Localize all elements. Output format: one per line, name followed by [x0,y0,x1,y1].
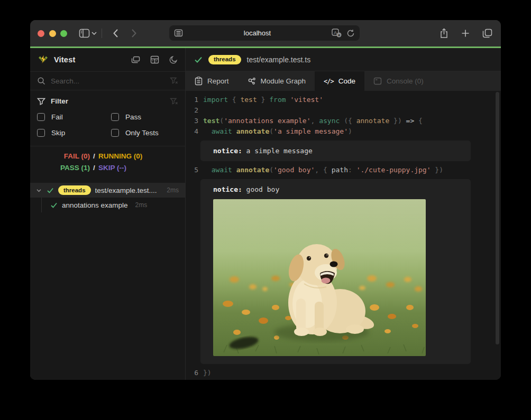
clear-filter-icon[interactable] [170,98,178,105]
line-number: 7 [186,378,198,380]
svg-text:A: A [334,30,337,35]
tab-label: Report [207,77,229,85]
line-code: }) [198,368,212,378]
page-settings-icon[interactable] [174,29,183,37]
share-icon [440,28,448,39]
report-icon [195,77,203,86]
tab-overview-button[interactable] [482,29,492,38]
check-icon [194,56,203,63]
back-button[interactable] [113,29,118,38]
sidebar-panel-icon [79,29,90,38]
chevron-down-icon [91,31,97,35]
vitest-sidebar: Vitest [30,48,186,380]
browser-toolbar: localhost A ★ [30,20,501,46]
file-header: threads test/example.test.ts [186,48,501,71]
code-content: 1import { test } from 'vitest'23test('an… [186,95,501,380]
pool-badge: threads [208,55,241,64]
line-number: 6 [186,368,198,378]
checkbox-box[interactable] [111,129,119,137]
pool-badge: threads [58,185,91,195]
new-tab-button[interactable] [461,29,470,38]
forward-chevron-icon [131,29,137,38]
scrollbar-thumb[interactable] [496,92,499,344]
zoom-window-button[interactable] [60,30,67,37]
code-icon: </> [324,78,334,85]
test-file-row[interactable]: threads test/example.test.... 2ms [30,183,185,198]
checkbox-box[interactable] [37,113,45,121]
sidebar-menu-button[interactable] [91,31,97,35]
pass-count: PASS (1) [30,163,90,172]
app-title: Vitest [54,55,121,64]
test-status-summary: FAIL (0) / RUNNING (0) PASS (1) / SKIP (… [30,146,185,179]
line-code [198,378,203,380]
filter-title: Filter [51,97,164,105]
chevron-down-icon[interactable] [35,187,42,194]
checkbox-skip[interactable]: Skip [37,129,111,137]
ui-panels-button[interactable] [131,56,140,64]
address-bar[interactable]: localhost A ★ [169,25,360,41]
tab-module-graph[interactable]: Module Graph [238,71,315,91]
line-code: await annotate('a simple message') [198,126,352,137]
theme-toggle-button[interactable] [169,55,178,64]
tab-code[interactable]: </> Code [315,71,364,91]
console-icon [373,77,382,85]
vitest-logo-icon [38,54,49,65]
checkbox-label: Pass [125,113,141,121]
tab-report[interactable]: Report [186,71,238,91]
checkbox-box[interactable] [111,113,119,121]
clear-search-filter-icon[interactable] [170,77,178,85]
forward-button[interactable] [131,29,137,38]
checkbox-label: Only Tests [125,129,159,137]
main-panel: threads test/example.test.ts Report [186,48,501,380]
annotation-text: a simple message [242,147,313,155]
code-line: 4 await annotate('a simple message') [186,126,501,137]
dashboard-button[interactable] [150,55,159,64]
page-content: Vitest [30,48,501,380]
scrollbar-track[interactable] [495,91,501,380]
filter-section: Filter Fail Pass Skip Only Tests [30,90,185,146]
close-window-button[interactable] [38,30,44,37]
checkbox-fail[interactable]: Fail [37,113,111,121]
tab-overview-icon [482,29,492,38]
plus-icon [461,29,470,38]
test-case-row[interactable]: annotations example 2ms [30,198,185,212]
window-controls [38,30,67,37]
module-graph-icon [247,77,256,86]
separator: / [90,152,98,161]
cute-puppy-photo [213,199,426,356]
test-duration: 2ms [167,186,179,194]
svg-text:★: ★ [337,33,341,38]
share-button[interactable] [440,28,448,39]
translate-icon[interactable]: A ★ [332,29,342,38]
view-tabs: Report Module Graph </> Code [186,71,501,91]
checkbox-label: Skip [51,129,65,137]
line-code: import { test } from 'vitest' [198,95,323,105]
separator: / [90,163,98,172]
panels-icon [131,56,140,64]
indent-guide [41,198,42,212]
code-line: 1import { test } from 'vitest' [186,95,501,105]
puppy-photo-svg [213,199,426,356]
line-code: await annotate('good boy', { path: './cu… [198,165,443,175]
reload-icon[interactable] [346,29,355,38]
code-line: 3test('annotations example', async ({ an… [186,116,501,126]
toolbar-right-buttons [440,20,492,46]
annotation-label: notice: [213,185,242,193]
checkbox-pass[interactable]: Pass [111,113,178,121]
search-input[interactable] [51,77,164,85]
sidebar-toggle-button[interactable] [79,29,90,38]
filter-header: Filter [37,97,178,105]
checkbox-box[interactable] [37,129,45,137]
checkbox-only-tests[interactable]: Only Tests [111,129,178,137]
test-file-name: test/example.test.... [95,186,157,194]
url-text[interactable]: localhost [183,29,332,37]
tab-label: Code [338,77,355,85]
minimize-window-button[interactable] [49,30,56,37]
test-case-name: annotations example [62,201,128,209]
code-line: 2 [186,105,501,116]
tab-console[interactable]: Console (0) [364,71,433,91]
filter-funnel-icon [37,98,45,105]
check-icon [50,202,58,209]
code-line: 7 [186,378,501,380]
line-number: 3 [186,116,198,126]
